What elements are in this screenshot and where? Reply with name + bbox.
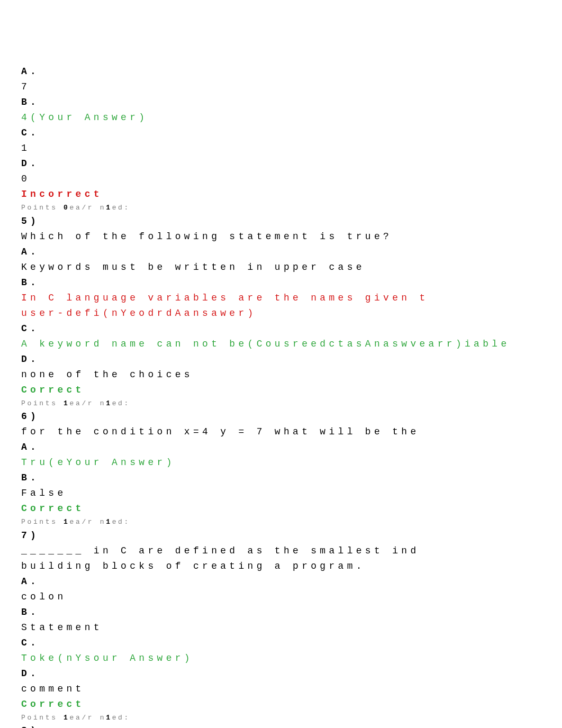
q4-points: Points 0ea/r n1ed:	[21, 203, 541, 213]
q5-option-b-text-line2: user-defi(nYeodrdAansawer)	[21, 306, 541, 321]
points-score: 1	[64, 518, 69, 526]
points-score: 0	[64, 204, 69, 212]
points-suffix: ed:	[112, 518, 130, 526]
q7-option-b-label: B.	[21, 605, 541, 620]
q4-option-c-label: C.	[21, 126, 541, 140]
q5-option-d-label: D.	[21, 352, 541, 367]
q5-number: 5)	[21, 214, 541, 229]
q5-prompt: Which of the following statement is true…	[21, 230, 541, 244]
points-prefix: Points	[21, 399, 64, 407]
points-suffix: ed:	[112, 399, 130, 407]
q7-option-d-text: comment	[21, 682, 541, 696]
q4-option-d-text: 0	[21, 172, 541, 186]
points-mid: ea/r n	[70, 399, 106, 407]
q7-prompt-line2: building blocks of creating a program.	[21, 559, 541, 574]
points-mid: ea/r n	[70, 204, 106, 212]
points-prefix: Points	[21, 714, 64, 722]
q4-option-d-label: D.	[21, 157, 541, 171]
q6-option-a-label: A.	[21, 440, 541, 454]
points-prefix: Points	[21, 204, 64, 212]
q5-option-c-text: A keyword name can not be(CousreedctasAn…	[21, 337, 541, 351]
points-score-2: 1	[106, 399, 112, 407]
q5-points: Points 1ea/r n1ed:	[21, 398, 541, 409]
points-mid: ea/r n	[70, 714, 106, 722]
q6-prompt: for the condition x=4 y = 7 what will be…	[21, 425, 541, 439]
q5-option-d-text: none of the choices	[21, 368, 541, 382]
points-prefix: Points	[21, 518, 64, 526]
q7-number: 7)	[21, 529, 541, 543]
q6-points: Points 1ea/r n1ed:	[21, 517, 541, 527]
q4-option-b-label: B.	[21, 95, 541, 110]
q7-option-c-label: C.	[21, 636, 541, 650]
points-score-2: 1	[106, 714, 112, 722]
q5-option-a-text: Keywords must be written in upper case	[21, 260, 541, 275]
q7-result: Correct	[21, 697, 541, 712]
q4-option-c-text: 1	[21, 141, 541, 156]
q7-prompt-line1: _______ in C are defined as the smallest…	[21, 544, 541, 558]
points-suffix: ed:	[112, 204, 130, 212]
q6-number: 6)	[21, 410, 541, 424]
q7-points: Points 1ea/r n1ed:	[21, 713, 541, 723]
q6-result: Correct	[21, 502, 541, 516]
q7-option-d-label: D.	[21, 667, 541, 681]
q8-number: 8)	[21, 724, 541, 728]
q5-option-c-label: C.	[21, 322, 541, 336]
points-score-2: 1	[106, 518, 112, 526]
points-suffix: ed:	[112, 714, 130, 722]
points-score-2: 1	[106, 204, 112, 212]
points-mid: ea/r n	[70, 518, 106, 526]
q7-option-b-text: Statement	[21, 621, 541, 635]
q4-option-a-label: A.	[21, 65, 541, 79]
quiz-page: A. 7 B. 4(Your Answer) C. 1 D. 0 Incorre…	[0, 0, 562, 728]
q7-option-c-text: Toke(nYsour Answer)	[21, 651, 541, 666]
q4-option-a-text: 7	[21, 80, 541, 94]
q6-option-b-label: B.	[21, 471, 541, 485]
q5-result: Correct	[21, 383, 541, 397]
q6-option-a-text: Tru(eYour Answer)	[21, 456, 541, 470]
q6-option-b-text: False	[21, 486, 541, 501]
q5-option-a-label: A.	[21, 245, 541, 259]
points-score: 1	[64, 714, 69, 722]
q7-option-a-label: A.	[21, 575, 541, 589]
q5-option-b-text-line1: In C language variables are the names gi…	[21, 291, 541, 305]
q5-option-b-label: B.	[21, 276, 541, 290]
points-score: 1	[64, 399, 69, 407]
q4-result: Incorrect	[21, 187, 541, 202]
q7-option-a-text: colon	[21, 590, 541, 604]
q4-option-b-text: 4(Your Answer)	[21, 111, 541, 125]
